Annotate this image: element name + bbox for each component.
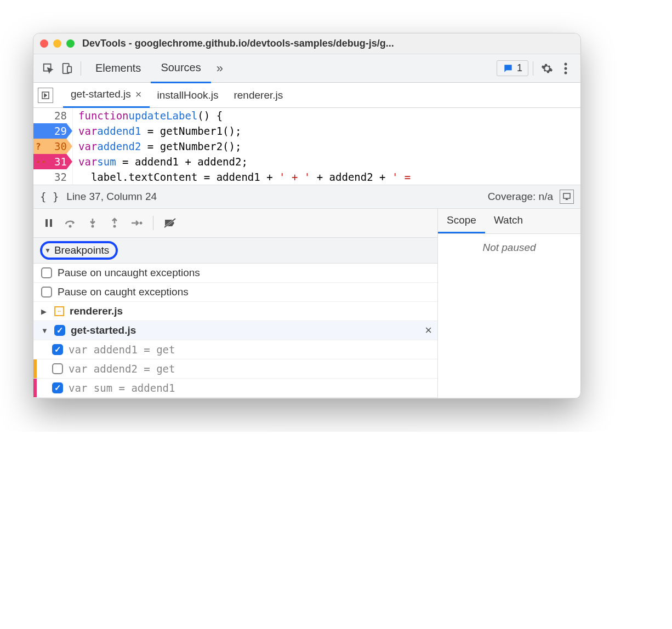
remove-group-icon[interactable]: × [425,323,432,338]
chevron-right-icon[interactable]: ▶ [41,307,49,316]
right-tabs: Scope Watch [438,209,580,234]
feedback-count: 1 [517,62,522,74]
coverage-status: Coverage: n/a [488,191,553,203]
line-number-gutter[interactable]: 29 [33,123,73,139]
breakpoint-item[interactable]: var addend2 = get [33,359,437,379]
stripe-marker [33,359,37,378]
maximize-window-button[interactable] [66,39,75,48]
kebab-menu-icon[interactable] [556,59,575,78]
line-number-gutter[interactable]: 28 [33,108,73,123]
file-label: get-started.js [71,324,136,336]
code-line[interactable]: 32 label.textContent = addend1 + ' + ' +… [33,169,580,185]
file-tab-renderer[interactable]: renderer.js [226,84,291,107]
code-line[interactable]: 28function updateLabel() { [33,108,580,123]
pause-icon[interactable] [39,213,59,233]
file-tab-get-started[interactable]: get-started.js × [63,83,150,108]
svg-rect-7 [563,193,570,198]
step-over-icon[interactable] [61,213,81,233]
inspect-icon[interactable] [39,59,58,78]
checkbox[interactable] [41,287,52,298]
breakpoint-mark-icon: ? [36,141,41,152]
checkbox[interactable] [52,382,63,393]
code-line[interactable]: ?30 var addend2 = getNumber2(); [33,139,580,154]
file-tab-label: renderer.js [234,89,283,101]
code-line[interactable]: ··31 var sum = addend1 + addend2; [33,154,580,169]
breakpoint-mark-icon: ·· [36,157,46,167]
file-tab-installhook[interactable]: installHook.js [150,84,226,107]
code-text: var sum = addend1 + addend2; [73,154,248,169]
divider [153,216,153,230]
breakpoint-item[interactable]: var sum = addend1 [33,379,437,398]
chevron-down-icon[interactable]: ▼ [41,327,49,335]
breakpoint-item[interactable]: var addend1 = get [33,340,437,359]
svg-rect-9 [50,219,52,227]
tab-sources[interactable]: Sources [151,54,210,83]
row-label: Pause on caught exceptions [58,286,189,298]
file-group-get-started[interactable]: ▼ get-started.js × [33,321,437,340]
step-icon[interactable] [127,213,146,233]
svg-rect-2 [67,66,71,72]
cursor-position: Line 37, Column 24 [66,191,157,203]
line-number-gutter[interactable]: ··31 [33,154,73,169]
line-number-gutter[interactable]: 32 [33,169,73,185]
feedback-button[interactable]: 1 [497,60,528,76]
tab-elements[interactable]: Elements [86,54,151,82]
debug-toolbar [33,209,437,237]
checkbox[interactable] [52,363,63,374]
file-tab-label: get-started.js [71,88,131,100]
svg-point-12 [113,225,116,228]
step-into-icon[interactable] [83,213,102,233]
divider [81,61,81,76]
line-number: 28 [54,110,67,122]
tab-scope[interactable]: Scope [438,209,485,233]
checkbox[interactable] [52,344,63,355]
device-toggle-icon[interactable] [58,59,76,78]
breakpoint-text: var addend1 = get [69,344,175,356]
svg-point-10 [69,225,72,228]
step-out-icon[interactable] [105,213,124,233]
coverage-toggle-icon[interactable] [560,190,574,204]
close-tab-icon[interactable]: × [135,88,142,101]
breakpoints-section-header[interactable]: ▼ Breakpoints [33,237,437,264]
line-number-gutter[interactable]: ?30 [33,139,73,154]
breakpoints-list: Pause on uncaught exceptions Pause on ca… [33,264,437,398]
line-number: 32 [54,171,67,183]
svg-point-5 [565,71,567,74]
file-group-renderer[interactable]: ▶ ·· renderer.js [33,302,437,321]
code-text: var addend1 = getNumber1(); [73,123,241,139]
close-window-button[interactable] [40,39,48,48]
code-text: function updateLabel() { [73,108,223,123]
breakpoint-text: var addend2 = get [69,363,175,375]
traffic-lights [40,39,75,48]
svg-point-4 [565,67,567,70]
checkbox[interactable] [54,325,65,336]
file-tab-label: installHook.js [157,89,219,101]
js-file-icon: ·· [54,306,64,316]
stripe-marker [33,379,37,397]
checkbox[interactable] [41,267,52,278]
code-editor[interactable]: 28function updateLabel() {29 var addend1… [33,108,580,185]
chevron-down-icon: ▼ [44,247,51,254]
svg-point-13 [140,222,143,225]
tab-watch[interactable]: Watch [485,209,532,233]
deactivate-breakpoints-icon[interactable] [160,213,180,233]
pause-uncaught-row[interactable]: Pause on uncaught exceptions [33,264,437,283]
svg-rect-8 [45,219,48,227]
breakpoints-label: Breakpoints [54,244,109,256]
row-label: Pause on uncaught exceptions [58,267,200,279]
code-text: var addend2 = getNumber2(); [73,139,241,154]
line-number: 31 [54,156,67,168]
navigator-toggle-icon[interactable] [38,88,53,103]
code-line[interactable]: 29 var addend1 = getNumber1(); [33,123,580,139]
svg-point-3 [565,62,567,65]
minimize-window-button[interactable] [53,39,61,48]
line-number: 30 [54,140,67,152]
breakpoints-highlight: ▼ Breakpoints [40,241,118,260]
titlebar: DevTools - googlechrome.github.io/devtoo… [33,33,580,54]
pretty-print-icon[interactable]: { } [40,191,59,203]
breakpoint-text: var sum = addend1 [69,382,175,394]
line-number: 29 [54,125,67,137]
pause-caught-row[interactable]: Pause on caught exceptions [33,283,437,302]
more-tabs-icon[interactable]: » [211,61,229,76]
gear-icon[interactable] [538,59,556,78]
